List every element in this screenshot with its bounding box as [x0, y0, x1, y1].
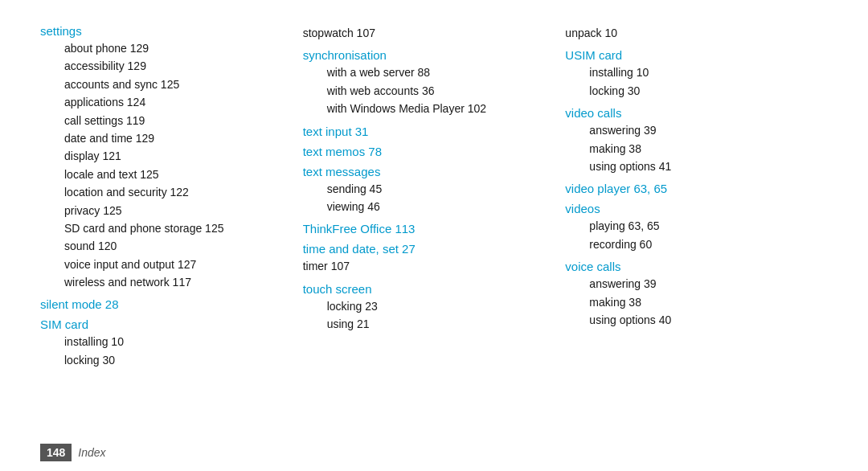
index-entry-0-5: call settings 119: [40, 112, 287, 129]
index-entry-0-16: SIM card: [40, 317, 287, 331]
index-entry-1-8: sending 45: [303, 180, 550, 198]
index-entry-2-1: USIM card: [565, 48, 812, 62]
index-entry-1-3: with web accounts 36: [303, 82, 550, 100]
index-entry-0-3: accounts and sync 125: [40, 76, 287, 93]
index-entry-2-8: video player 63, 65: [565, 182, 812, 195]
index-entry-1-7: text messages: [303, 165, 550, 178]
index-entry-2-5: answering 39: [565, 121, 812, 139]
index-entry-2-12: voice calls: [565, 260, 812, 273]
index-entry-2-15: using options 40: [565, 311, 812, 329]
index-entry-2-6: making 38: [565, 140, 812, 158]
index-entry-2-2: installing 10: [565, 63, 812, 81]
footer-label: Index: [78, 446, 105, 459]
index-entry-0-17: installing 10: [40, 333, 287, 350]
index-entry-2-11: recording 60: [565, 236, 812, 253]
index-entry-0-9: location and security 122: [40, 183, 287, 201]
index-entry-1-1: synchronisation: [303, 48, 550, 62]
index-entry-1-12: timer 107: [303, 257, 550, 275]
index-entry-1-13: touch screen: [303, 282, 550, 296]
index-entry-1-0: stopwatch 107: [303, 24, 550, 42]
index-entry-2-0: unpack 10: [565, 24, 812, 42]
index-entry-1-9: viewing 46: [303, 198, 550, 215]
index-entry-1-6: text memos 78: [303, 145, 550, 158]
index-entry-0-12: sound 120: [40, 237, 287, 255]
index-entry-0-15: silent mode 28: [40, 297, 287, 311]
index-entry-2-9: videos: [565, 202, 812, 215]
index-entry-1-15: using 21: [303, 315, 550, 333]
index-entry-0-14: wireless and network 117: [40, 273, 287, 291]
page-content: settingsabout phone 129accessibility 129…: [0, 0, 868, 434]
index-entry-0-0: settings: [40, 24, 287, 38]
index-entry-0-2: accessibility 129: [40, 57, 287, 75]
index-entry-2-4: video calls: [565, 106, 812, 120]
index-entry-0-8: locale and text 125: [40, 166, 287, 183]
index-entry-0-7: display 121: [40, 147, 287, 165]
page-number: 148: [40, 444, 72, 461]
index-entry-0-1: about phone 129: [40, 39, 287, 57]
index-entry-1-2: with a web server 88: [303, 63, 550, 81]
index-entry-1-10: ThinkFree Office 113: [303, 222, 550, 236]
index-entry-2-10: playing 63, 65: [565, 217, 812, 235]
index-entry-2-13: answering 39: [565, 275, 812, 293]
index-entry-1-14: locking 23: [303, 297, 550, 315]
index-entry-0-11: SD card and phone storage 125: [40, 219, 287, 237]
index-entry-0-6: date and time 129: [40, 129, 287, 147]
column-1: settingsabout phone 129accessibility 129…: [40, 24, 303, 394]
index-entry-1-11: time and date, set 27: [303, 242, 550, 256]
index-entry-0-10: privacy 125: [40, 202, 287, 219]
index-entry-0-18: locking 30: [40, 351, 287, 369]
footer: 148 Index: [0, 434, 868, 471]
index-entry-0-13: voice input and output 127: [40, 256, 287, 273]
index-entry-2-7: using options 41: [565, 158, 812, 175]
index-entry-2-14: making 38: [565, 293, 812, 311]
index-entry-2-3: locking 30: [565, 82, 812, 100]
index-entry-1-4: with Windows Media Player 102: [303, 100, 550, 117]
column-3: unpack 10USIM cardinstalling 10locking 3…: [565, 24, 828, 394]
index-entry-1-5: text input 31: [303, 125, 550, 138]
column-2: stopwatch 107synchronisationwith a web s…: [303, 24, 566, 394]
index-entry-0-4: applications 124: [40, 93, 287, 111]
